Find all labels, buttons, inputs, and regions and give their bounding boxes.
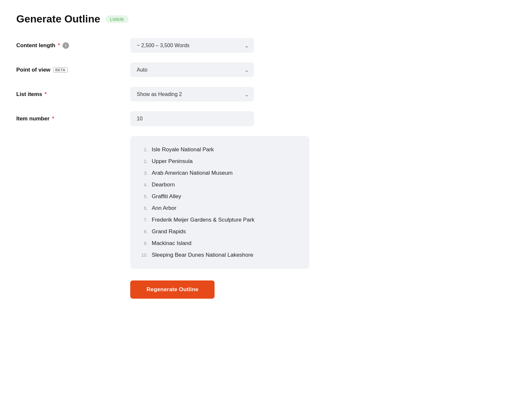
list-item: 5.Graffiti Alley xyxy=(140,191,300,202)
page-title: Generate Outline xyxy=(16,13,100,25)
list-item-text: Dearborn xyxy=(152,182,175,188)
content-length-row: Content length * i ~ 500 – 1,000 Words ~… xyxy=(16,38,309,53)
list-item-number: 1. xyxy=(140,147,148,152)
list-item-text: Ann Arbor xyxy=(152,205,176,211)
point-of-view-control: Auto First Person Second Person Third Pe… xyxy=(130,62,254,77)
list-item-text: Frederik Meijer Gardens & Sculpture Park xyxy=(152,217,255,223)
list-item-number: 5. xyxy=(140,194,148,199)
generate-outline-form: Content length * i ~ 500 – 1,000 Words ~… xyxy=(16,38,309,299)
list-items-select-wrapper: Show as Heading 1 Show as Heading 2 Show… xyxy=(130,87,254,102)
item-number-input[interactable] xyxy=(130,111,254,126)
listicle-badge: Listicle xyxy=(105,15,129,23)
list-items-label: List items * xyxy=(16,91,120,98)
list-item: 2.Upper Peninsula xyxy=(140,156,300,167)
regenerate-outline-button[interactable]: Regenerate Outline xyxy=(130,280,215,299)
list-item-text: Grand Rapids xyxy=(152,228,186,235)
list-item-number: 7. xyxy=(140,217,148,223)
list-item: 7.Frederik Meijer Gardens & Sculpture Pa… xyxy=(140,214,300,226)
list-item-number: 10. xyxy=(140,252,148,258)
list-item-text: Arab American National Museum xyxy=(152,170,233,176)
list-item-number: 4. xyxy=(140,182,148,187)
list-item-number: 9. xyxy=(140,240,148,246)
list-item: 10.Sleeping Bear Dunes National Lakeshor… xyxy=(140,249,300,261)
content-length-select[interactable]: ~ 500 – 1,000 Words ~ 1,000 – 1,500 Word… xyxy=(130,38,254,53)
content-length-control: ~ 500 – 1,000 Words ~ 1,000 – 1,500 Word… xyxy=(130,38,254,53)
list-items-control: Show as Heading 1 Show as Heading 2 Show… xyxy=(130,87,254,102)
beta-badge: BETA xyxy=(53,67,68,73)
list-item: 9.Mackinac Island xyxy=(140,238,300,249)
item-number-row: Item number * xyxy=(16,111,309,126)
list-item-text: Isle Royale National Park xyxy=(152,146,214,153)
list-item-number: 8. xyxy=(140,229,148,234)
list-item: 6.Ann Arbor xyxy=(140,202,300,214)
list-item-number: 6. xyxy=(140,205,148,211)
list-item: 3.Arab American National Museum xyxy=(140,167,300,179)
info-icon[interactable]: i xyxy=(63,42,69,49)
point-of-view-select[interactable]: Auto First Person Second Person Third Pe… xyxy=(130,62,254,77)
list-item: 8.Grand Rapids xyxy=(140,226,300,238)
list-item-text: Upper Peninsula xyxy=(152,158,193,165)
content-length-select-wrapper: ~ 500 – 1,000 Words ~ 1,000 – 1,500 Word… xyxy=(130,38,254,53)
item-number-label: Item number * xyxy=(16,116,120,122)
list-item: 4.Dearborn xyxy=(140,179,300,191)
list-item-text: Sleeping Bear Dunes National Lakeshore xyxy=(152,252,253,258)
list-items-row: List items * Show as Heading 1 Show as H… xyxy=(16,87,309,102)
list-item: 1.Isle Royale National Park xyxy=(140,144,300,156)
list-item-number: 3. xyxy=(140,170,148,176)
list-items-select[interactable]: Show as Heading 1 Show as Heading 2 Show… xyxy=(130,87,254,102)
required-star: * xyxy=(45,91,47,97)
list-items-box: 1.Isle Royale National Park2.Upper Penin… xyxy=(130,136,309,269)
point-of-view-label: Point of view BETA xyxy=(16,67,120,73)
required-star: * xyxy=(52,116,54,122)
page-header: Generate Outline Listicle xyxy=(16,13,516,25)
list-item-text: Graffiti Alley xyxy=(152,193,181,200)
required-star: * xyxy=(58,43,60,48)
point-of-view-row: Point of view BETA Auto First Person Sec… xyxy=(16,62,309,77)
list-item-number: 2. xyxy=(140,158,148,164)
list-item-text: Mackinac Island xyxy=(152,240,191,247)
point-of-view-select-wrapper: Auto First Person Second Person Third Pe… xyxy=(130,62,254,77)
content-length-label: Content length * i xyxy=(16,42,120,49)
